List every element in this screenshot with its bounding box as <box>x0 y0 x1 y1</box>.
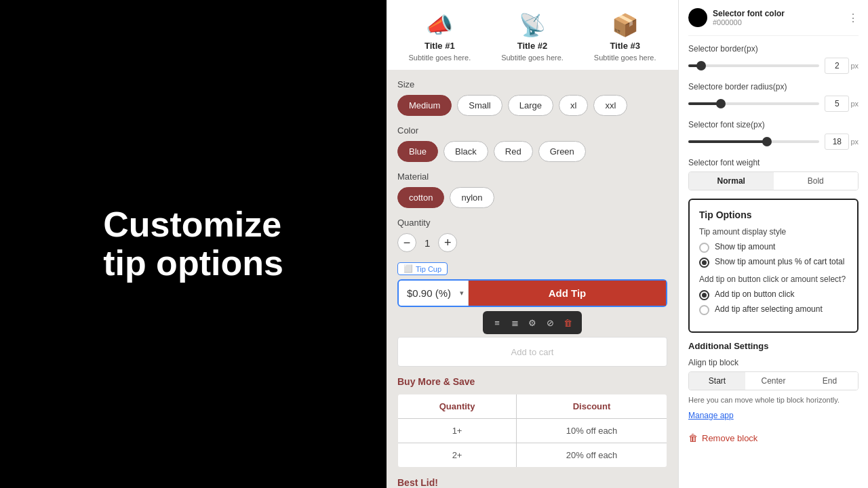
add-tip-mode-radio-circle-1 <box>699 290 709 300</box>
selector-font-size-thumb[interactable] <box>762 137 772 146</box>
table-cell-qty-1: 1+ <box>398 419 517 443</box>
feature-item-1: 📣 Title #1 Subtitle goes here. <box>393 12 486 62</box>
material-nylon[interactable]: nylon <box>450 187 494 208</box>
feature-title-2: Title #2 <box>517 41 548 51</box>
add-tip-mode-radio-2[interactable]: Add tip after selecting amount <box>699 304 848 315</box>
right-panel: Selector font color #000000 ⋮ Selector b… <box>678 0 868 488</box>
font-weight-normal-button[interactable]: Normal <box>689 172 774 190</box>
align-end-button[interactable]: End <box>802 372 858 390</box>
size-large[interactable]: Large <box>508 95 553 116</box>
selector-font-size-group: Selector font size(px) px <box>688 120 859 150</box>
align-start-button[interactable]: Start <box>689 372 745 390</box>
tip-cup-tag: ⬜ Tip Cup <box>397 262 448 275</box>
color-pills: Blue Black Red Green <box>397 141 667 162</box>
tip-select-wrap: $0.90 (%) $1.00 (%) $1.50 (%) <box>399 281 469 306</box>
tip-amount-select[interactable]: $0.90 (%) $1.00 (%) $1.50 (%) <box>399 281 468 306</box>
size-xxl[interactable]: xxl <box>593 95 627 116</box>
left-panel: Customize tip options <box>0 0 387 488</box>
table-cell-qty-2: 2+ <box>398 443 517 468</box>
qty-minus-button[interactable]: − <box>397 233 416 252</box>
align-left-icon[interactable]: ≡ <box>490 315 505 330</box>
more-options-icon[interactable]: ⋮ <box>848 12 859 24</box>
selector-border-radius-input[interactable] <box>825 96 849 112</box>
color-blue[interactable]: Blue <box>397 141 438 162</box>
feature-icon-1: 📣 <box>426 12 453 38</box>
product-options: Size Medium Small Large xl xxl Color Blu… <box>387 70 678 488</box>
font-weight-toggle: Normal Bold <box>688 171 859 190</box>
material-group: Material cotton nylon <box>397 171 667 208</box>
sfc-left: Selector font color #000000 <box>688 8 785 27</box>
remove-block-button[interactable]: 🗑 Remove block <box>688 427 757 449</box>
color-red[interactable]: Red <box>494 141 533 162</box>
align-toggle: Start Center End <box>688 371 859 390</box>
additional-settings-title: Additional Settings <box>688 341 859 351</box>
quantity-value: 1 <box>425 237 430 249</box>
add-tip-mode-group: Add tip on button click Add tip after se… <box>699 289 848 315</box>
qty-plus-button[interactable]: + <box>438 233 457 252</box>
hero-text: Customize tip options <box>103 205 283 283</box>
align-center-button[interactable]: Center <box>745 372 802 390</box>
tip-amount-radio-circle-1 <box>699 243 709 253</box>
align-desc: Here you can move whole tip block horizo… <box>688 396 859 404</box>
size-small[interactable]: Small <box>457 95 502 116</box>
feature-item-2: 📡 Title #2 Subtitle goes here. <box>486 12 579 62</box>
tip-amount-radio-label-1: Show tip amount <box>715 242 775 253</box>
selector-border-row: px <box>688 58 859 74</box>
selector-border-radius-thumb[interactable] <box>716 99 726 108</box>
sfc-hex: #000000 <box>713 18 785 26</box>
color-green[interactable]: Green <box>538 141 586 162</box>
selector-border-unit: px <box>850 62 859 70</box>
tip-cup-label: Tip Cup <box>416 265 441 273</box>
font-weight-bold-button[interactable]: Bold <box>774 172 859 190</box>
selector-border-radius-group: Selectore border radius(px) px <box>688 82 859 112</box>
selector-font-size-unit: px <box>850 138 859 146</box>
selector-border-input[interactable] <box>825 58 849 74</box>
add-tip-button[interactable]: Add Tip <box>469 281 666 306</box>
quantity-label: Quantity <box>397 218 667 228</box>
floating-toolbar: ≡ ≣ ⚙ ⊘ 🗑 <box>483 311 582 334</box>
tip-cup-icon: ⬜ <box>403 264 413 273</box>
tip-amount-radio-2[interactable]: Show tip amount plus % of cart total <box>699 257 848 268</box>
table-cell-discount-2: 20% off each <box>517 443 667 468</box>
material-label: Material <box>397 171 667 182</box>
sfc-text: Selector font color #000000 <box>713 9 785 26</box>
add-tip-mode-radio-1[interactable]: Add tip on button click <box>699 289 848 300</box>
selector-border-label: Selector border(px) <box>688 44 859 54</box>
feature-title-3: Title #3 <box>610 41 640 51</box>
feature-title-1: Title #1 <box>425 41 455 51</box>
color-black[interactable]: Black <box>443 141 488 162</box>
duplicate-icon[interactable]: ⊘ <box>542 315 557 330</box>
add-tip-mode-radio-label-2: Add tip after selecting amount <box>715 304 823 315</box>
material-cotton[interactable]: cotton <box>397 187 444 208</box>
add-to-cart-area[interactable]: Add to cart <box>397 337 667 367</box>
table-cell-discount-1: 10% off each <box>517 419 667 443</box>
size-xl[interactable]: xl <box>559 95 588 116</box>
color-swatch[interactable] <box>688 8 707 27</box>
settings-icon[interactable]: ⚙ <box>525 315 540 330</box>
tip-options-title: Tip Options <box>699 209 848 220</box>
align-tip-block-label: Align tip block <box>688 358 859 367</box>
selector-border-group: Selector border(px) px <box>688 44 859 74</box>
size-medium[interactable]: Medium <box>397 95 452 116</box>
table-header-quantity: Quantity <box>398 394 517 419</box>
tip-amount-style-group: Show tip amount Show tip amount plus % o… <box>699 242 848 268</box>
sfc-label: Selector font color <box>713 9 785 18</box>
selector-border-input-wrap: px <box>825 58 859 74</box>
selector-font-size-input[interactable] <box>825 134 849 150</box>
align-center-icon[interactable]: ≣ <box>507 315 522 330</box>
trash-icon: 🗑 <box>688 432 698 443</box>
size-pills: Medium Small Large xl xxl <box>397 95 667 116</box>
manage-app-link[interactable]: Manage app <box>688 411 859 420</box>
tip-amount-radio-circle-2 <box>699 258 709 268</box>
quantity-group: Quantity − 1 + <box>397 218 667 252</box>
selector-border-radius-label: Selectore border radius(px) <box>688 82 859 92</box>
tip-amount-radio-1[interactable]: Show tip amount <box>699 242 848 253</box>
delete-icon[interactable]: 🗑 <box>560 315 575 330</box>
selector-font-size-fill <box>688 140 767 143</box>
feature-icon-3: 📦 <box>612 12 639 38</box>
buy-more-save-title[interactable]: Buy More & Save <box>397 376 667 387</box>
selector-font-size-input-wrap: px <box>825 134 859 150</box>
best-lid-title[interactable]: Best Lid! <box>397 477 667 488</box>
selector-border-thumb[interactable] <box>696 61 706 70</box>
add-tip-mode-label: Add tip on button click or amount select… <box>699 274 848 284</box>
